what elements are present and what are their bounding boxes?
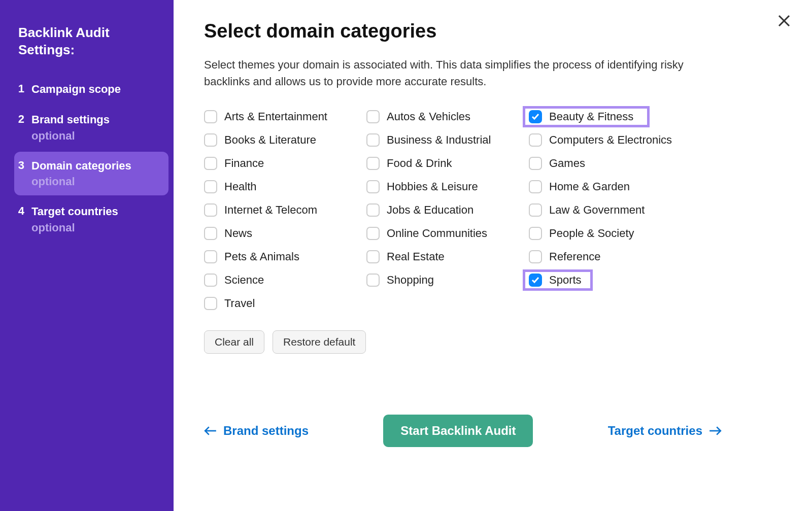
step-label: Domain categories	[31, 159, 131, 174]
category-checkbox[interactable]: Computers & Electronics	[529, 133, 691, 147]
category-label: Hobbies & Leisure	[387, 180, 478, 193]
step-optional: optional	[31, 175, 131, 188]
checkbox-box	[529, 250, 542, 263]
category-label: Online Communities	[387, 227, 487, 240]
step-label: Campaign scope	[31, 82, 121, 97]
category-label: Real Estate	[387, 250, 445, 263]
category-checkbox[interactable]: Shopping	[366, 274, 529, 287]
category-checkbox[interactable]: Finance	[204, 157, 366, 170]
category-checkbox[interactable]: Business & Industrial	[366, 133, 529, 147]
sidebar-title: Backlink Audit Settings:	[14, 24, 168, 59]
category-checkbox[interactable]: Travel	[204, 297, 366, 310]
category-label: People & Society	[549, 227, 634, 240]
checkbox-box	[529, 203, 542, 217]
category-label: Science	[224, 274, 264, 287]
category-label: Internet & Telecom	[224, 203, 317, 217]
step-campaign-scope[interactable]: 1 Campaign scope	[14, 75, 168, 104]
step-brand-settings[interactable]: 2 Brand settings optional	[14, 106, 168, 150]
close-icon	[776, 13, 792, 28]
arrow-right-icon	[708, 426, 722, 436]
step-number: 4	[14, 205, 24, 218]
checkbox-box	[529, 274, 542, 287]
category-checkbox[interactable]: People & Society	[529, 227, 691, 240]
category-checkbox[interactable]: Pets & Animals	[204, 250, 366, 263]
page-title: Select domain categories	[204, 20, 782, 42]
back-label: Brand settings	[223, 424, 309, 438]
close-button[interactable]	[776, 13, 792, 30]
checkbox-box	[366, 157, 380, 170]
checkbox-box	[529, 227, 542, 240]
category-checkbox[interactable]: News	[204, 227, 366, 240]
step-target-countries[interactable]: 4 Target countries optional	[14, 197, 168, 242]
category-checkbox[interactable]: Home & Garden	[529, 180, 691, 193]
category-checkbox[interactable]: Internet & Telecom	[204, 203, 366, 217]
category-label: Arts & Entertainment	[224, 110, 327, 123]
category-checkbox[interactable]: Jobs & Education	[366, 203, 529, 217]
category-checkbox[interactable]: Online Communities	[366, 227, 529, 240]
checkbox-box	[366, 180, 380, 193]
category-label: Law & Government	[549, 203, 645, 217]
category-checkbox[interactable]: Arts & Entertainment	[204, 110, 366, 123]
checkbox-box	[529, 110, 542, 123]
category-checkbox[interactable]: Reference	[529, 250, 691, 263]
category-label: News	[224, 227, 252, 240]
category-label: Pets & Animals	[224, 250, 299, 263]
category-label: Sports	[549, 274, 582, 287]
restore-default-button[interactable]: Restore default	[273, 330, 366, 354]
category-grid: Arts & EntertainmentAutos & VehiclesBeau…	[204, 110, 782, 310]
category-label: Computers & Electronics	[549, 133, 672, 147]
arrow-left-icon	[204, 426, 217, 436]
category-checkbox[interactable]: Health	[204, 180, 366, 193]
category-checkbox[interactable]: Sports	[529, 274, 691, 287]
category-label: Home & Garden	[549, 180, 630, 193]
next-link[interactable]: Target countries	[608, 424, 722, 438]
category-label: Food & Drink	[387, 157, 452, 170]
action-row: Clear all Restore default	[204, 330, 782, 354]
step-optional: optional	[31, 221, 118, 234]
back-link[interactable]: Brand settings	[204, 424, 309, 438]
step-number: 2	[14, 113, 24, 126]
checkbox-box	[204, 274, 217, 287]
step-label: Target countries	[31, 205, 118, 219]
category-checkbox[interactable]: Real Estate	[366, 250, 529, 263]
category-checkbox[interactable]: Food & Drink	[366, 157, 529, 170]
checkbox-box	[366, 227, 380, 240]
checkbox-box	[204, 133, 217, 147]
clear-all-button[interactable]: Clear all	[204, 330, 264, 354]
category-label: Reference	[549, 250, 601, 263]
category-label: Autos & Vehicles	[387, 110, 470, 123]
footer-nav: Brand settings Start Backlink Audit Targ…	[204, 415, 722, 447]
category-label: Jobs & Education	[387, 203, 473, 217]
checkbox-box	[529, 133, 542, 147]
category-label: Books & Literature	[224, 133, 316, 147]
category-label: Travel	[224, 297, 255, 310]
category-checkbox[interactable]: Games	[529, 157, 691, 170]
category-checkbox[interactable]: Law & Government	[529, 203, 691, 217]
checkbox-box	[366, 203, 380, 217]
settings-sidebar: Backlink Audit Settings: 1 Campaign scop…	[0, 0, 174, 511]
checkbox-box	[366, 110, 380, 123]
checkbox-box	[204, 250, 217, 263]
category-label: Games	[549, 157, 585, 170]
category-label: Beauty & Fitness	[549, 110, 633, 123]
start-audit-button[interactable]: Start Backlink Audit	[383, 415, 533, 447]
step-domain-categories[interactable]: 3 Domain categories optional	[14, 152, 168, 196]
checkbox-box	[366, 250, 380, 263]
category-checkbox[interactable]: Beauty & Fitness	[529, 110, 691, 123]
category-checkbox[interactable]: Hobbies & Leisure	[366, 180, 529, 193]
checkbox-box	[529, 180, 542, 193]
category-label: Shopping	[387, 274, 434, 287]
category-label: Health	[224, 180, 257, 193]
category-checkbox[interactable]: Autos & Vehicles	[366, 110, 529, 123]
category-checkbox[interactable]: Books & Literature	[204, 133, 366, 147]
step-number: 1	[14, 82, 24, 95]
next-label: Target countries	[608, 424, 702, 438]
step-label: Brand settings	[31, 113, 110, 127]
main-content: Select domain categories Select themes y…	[174, 0, 812, 511]
checkbox-box	[366, 133, 380, 147]
checkbox-box	[204, 297, 217, 310]
check-icon	[531, 113, 539, 121]
step-optional: optional	[31, 129, 110, 143]
category-checkbox[interactable]: Science	[204, 274, 366, 287]
page-description: Select themes your domain is associated …	[204, 56, 722, 90]
